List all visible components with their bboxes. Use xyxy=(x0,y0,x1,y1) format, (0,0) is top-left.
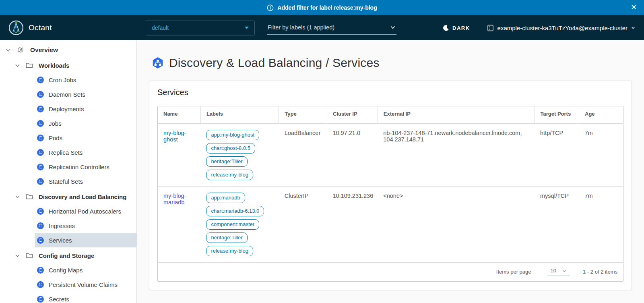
config-maps-icon xyxy=(37,267,44,274)
sidebar-group-discovery-and-load-balancing[interactable]: Discovery and Load Balancing xyxy=(0,189,136,204)
sidebar-item-label: Replica Sets xyxy=(49,149,83,156)
octant-logo-icon xyxy=(9,21,23,35)
page-size-value: 10 xyxy=(551,268,556,274)
pagination-range: 1 - 2 of 2 items xyxy=(583,269,617,275)
moon-icon xyxy=(443,25,449,31)
sidebar-item-replication-controllers[interactable]: Replication Controllers xyxy=(35,160,136,174)
cell-type: LoadBalancer xyxy=(279,124,327,187)
cluster-context-text: example-cluster-ka3TuTzYo4a@example-clus… xyxy=(497,25,627,31)
sidebar-item-label: Deployments xyxy=(49,106,84,112)
chevron-down-icon[interactable] xyxy=(15,63,20,68)
sidebar-item-cron-jobs[interactable]: Cron Jobs xyxy=(35,73,136,87)
column-header-external-ip: External IP xyxy=(378,106,535,124)
theme-toggle[interactable]: DARK xyxy=(443,25,470,31)
chevron-down-icon[interactable] xyxy=(6,48,11,53)
sidebar-item-stateful-sets[interactable]: Stateful Sets xyxy=(35,174,136,189)
column-header-age: Age xyxy=(579,106,623,124)
cell-age: 7m xyxy=(579,187,623,263)
sidebar-item-label: Config Maps xyxy=(49,267,83,274)
close-icon[interactable]: ✕ xyxy=(631,3,637,11)
sidebar-group-label: Workloads xyxy=(39,62,69,69)
applications-icon xyxy=(17,46,24,54)
sidebar-group-label: Config and Storage xyxy=(39,252,94,259)
sidebar-item-label: Ingresses xyxy=(49,222,75,229)
sidebar-item-label: Overview xyxy=(30,46,58,54)
label-filter-dropdown[interactable]: Filter by labels (1 applied) xyxy=(267,21,396,35)
replication-controllers-icon xyxy=(37,164,44,170)
daemon-sets-icon xyxy=(37,91,44,98)
sidebar-item-label: Stateful Sets xyxy=(49,178,83,185)
chevron-down-icon xyxy=(390,25,396,30)
sidebar-item-horizontal-pod-autoscalers[interactable]: Horizontal Pod Autoscalers xyxy=(35,204,136,218)
services-table: Name Labels Type Cluster IP External IP … xyxy=(157,106,623,282)
sidebar-item-jobs[interactable]: Jobs xyxy=(35,116,136,131)
column-header-labels: Labels xyxy=(200,106,279,124)
label-tag[interactable]: app:my-blog-ghost xyxy=(206,130,259,140)
cell-age: 7m xyxy=(579,124,623,187)
cluster-context-selector[interactable]: example-cluster-ka3TuTzYo4a@example-clus… xyxy=(487,25,635,31)
sidebar-group-label: Discovery and Load Balancing xyxy=(39,193,126,200)
app-title: Octant xyxy=(29,23,52,32)
label-tag[interactable]: release:my-blog xyxy=(206,246,253,256)
service-hexagon-icon xyxy=(152,57,163,69)
cell-cluster-ip: 10.109.231.236 xyxy=(327,187,378,263)
replica-sets-icon xyxy=(37,149,44,156)
caret-down-icon xyxy=(245,27,249,29)
folder-icon xyxy=(26,193,33,200)
main-content: Discovery & Load Balancing / Services Se… xyxy=(137,40,644,303)
sidebar-item-persistent-volume-claims[interactable]: Persistent Volume Claims xyxy=(35,277,136,292)
table-row: my-blog-mariadb app:mariadb chart:mariad… xyxy=(158,187,623,263)
label-tag[interactable]: release:my-blog xyxy=(206,170,253,180)
jobs-icon xyxy=(37,120,44,127)
column-header-target-ports: Target Ports xyxy=(535,106,579,124)
label-tag[interactable]: heritage:Tiller xyxy=(206,156,247,167)
sidebar-item-label: Replication Controllers xyxy=(49,164,109,170)
chevron-down-icon[interactable] xyxy=(15,253,20,258)
table-header-row: Name Labels Type Cluster IP External IP … xyxy=(158,106,623,124)
label-tag[interactable]: app:mariadb xyxy=(206,193,245,203)
label-tag[interactable]: chart:ghost-8.0.5 xyxy=(206,143,255,154)
sidebar-group-config-and-storage[interactable]: Config and Storage xyxy=(0,248,136,263)
label-tag[interactable]: chart:mariadb-6.13.0 xyxy=(206,206,264,216)
cell-external-ip: <none> xyxy=(378,187,535,263)
app-header: Octant default Filter by labels (1 appli… xyxy=(0,15,644,40)
sidebar-item-label: Services xyxy=(49,237,72,244)
page-title: Discovery & Load Balancing / Services xyxy=(152,56,632,70)
card-title: Services xyxy=(157,88,623,97)
sidebar-item-label: Persistent Volume Claims xyxy=(49,281,118,288)
sidebar-item-daemon-sets[interactable]: Daemon Sets xyxy=(35,87,136,102)
chevron-down-icon[interactable] xyxy=(15,194,20,199)
cell-target-ports: http/TCP xyxy=(535,124,579,187)
sidebar-item-overview[interactable]: Overview xyxy=(0,43,136,57)
sidebar-navigation: Overview Workloads Cron Jobs Daemon Sets… xyxy=(0,40,137,303)
label-filter-text: Filter by labels (1 applied) xyxy=(268,24,390,31)
namespace-value: default xyxy=(152,25,245,31)
sidebar-item-label: Pods xyxy=(49,135,62,141)
sidebar-item-services[interactable]: Services xyxy=(35,233,136,247)
namespace-dropdown[interactable]: default xyxy=(146,21,255,35)
folder-icon xyxy=(26,62,33,69)
sidebar-item-ingresses[interactable]: Ingresses xyxy=(35,218,136,233)
deployments-icon xyxy=(37,106,44,112)
label-tag[interactable]: heritage:Tiller xyxy=(206,232,247,243)
info-icon xyxy=(267,4,274,11)
sidebar-item-secrets[interactable]: Secrets xyxy=(35,292,136,303)
stateful-sets-icon xyxy=(37,178,44,185)
cell-cluster-ip: 10.97.21.0 xyxy=(327,124,378,187)
page-size-select[interactable]: 10 xyxy=(547,268,570,276)
table-row: my-blog-ghost app:my-blog-ghost chart:gh… xyxy=(158,124,623,187)
services-icon xyxy=(37,237,44,244)
sidebar-item-replica-sets[interactable]: Replica Sets xyxy=(35,145,136,160)
service-link[interactable]: my-blog-mariadb xyxy=(163,193,186,205)
theme-toggle-label: DARK xyxy=(452,25,470,31)
items-per-page-label: Items per page xyxy=(496,269,531,275)
label-tag[interactable]: component:master xyxy=(206,219,259,230)
horizontal-pod-autoscalers-icon xyxy=(37,208,44,215)
chevron-down-icon xyxy=(562,268,567,273)
sidebar-item-pods[interactable]: Pods xyxy=(35,131,136,145)
sidebar-item-config-maps[interactable]: Config Maps xyxy=(35,263,136,277)
sidebar-group-workloads[interactable]: Workloads xyxy=(0,58,136,73)
service-link[interactable]: my-blog-ghost xyxy=(163,130,186,143)
sidebar-item-deployments[interactable]: Deployments xyxy=(35,102,136,116)
cell-target-ports: mysql/TCP xyxy=(535,187,579,263)
